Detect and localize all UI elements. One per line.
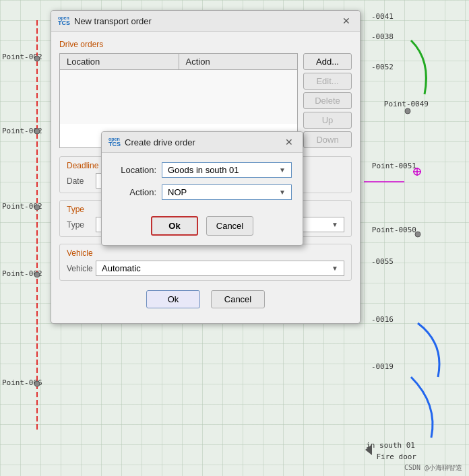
sub-dialog-close-button[interactable]: ✕ bbox=[282, 136, 296, 148]
main-dialog-title-area: open TCS New transport order bbox=[58, 15, 152, 26]
vehicle-label: Vehicle bbox=[67, 264, 90, 273]
vehicle-select-row: Vehicle Automatic ▼ bbox=[67, 261, 344, 276]
map-label-point006: Point-006 bbox=[2, 378, 42, 387]
map-label-0052: -0052 bbox=[371, 63, 394, 71]
map-label-point002-3: Point-002 bbox=[2, 202, 42, 211]
sub-location-value: Goods in south 01 bbox=[168, 165, 239, 175]
main-dialog-titlebar: open TCS New transport order ✕ bbox=[51, 11, 360, 32]
sub-location-arrow: ▼ bbox=[279, 166, 286, 174]
sub-dialog-footer: Ok Cancel bbox=[102, 216, 303, 245]
main-dialog-title: New transport order bbox=[74, 16, 152, 26]
date-label: Date bbox=[67, 176, 90, 186]
sub-dialog-body: Location: Goods in south 01 ▼ Action: NO… bbox=[102, 153, 303, 216]
sub-dialog-title-area: open TCS Create drive order bbox=[108, 137, 195, 147]
drive-orders-label: Drive orders bbox=[59, 40, 352, 49]
delete-button[interactable]: Delete bbox=[303, 92, 352, 109]
sub-dialog: open TCS Create drive order ✕ Location: … bbox=[101, 131, 303, 246]
map-label-south01: in south 01 bbox=[366, 441, 415, 450]
sub-dialog-titlebar: open TCS Create drive order ✕ bbox=[102, 132, 303, 153]
main-cancel-button[interactable]: Cancel bbox=[211, 290, 265, 308]
sub-action-label: Action: bbox=[113, 187, 156, 197]
sub-tcs-logo: open TCS bbox=[108, 137, 121, 147]
edit-button[interactable]: Edit... bbox=[303, 73, 352, 90]
type-label: Type bbox=[67, 220, 90, 230]
table-header: Location Action bbox=[60, 54, 297, 70]
sub-dialog-title: Create drive order bbox=[125, 137, 195, 147]
vehicle-select-arrow: ▼ bbox=[332, 265, 338, 272]
sub-cancel-button[interactable]: Cancel bbox=[206, 216, 253, 236]
sub-action-row: Action: NOP ▼ bbox=[113, 184, 292, 200]
col-action: Action bbox=[179, 54, 298, 69]
map-label-0019: -0019 bbox=[371, 362, 394, 371]
add-button[interactable]: Add... bbox=[303, 53, 352, 70]
sub-ok-button[interactable]: Ok bbox=[151, 216, 198, 236]
map-label-firedoor: Fire door bbox=[376, 452, 416, 461]
map-watermark: CSDN @小海聊智造 bbox=[404, 463, 462, 473]
map-label-0055: -0055 bbox=[371, 257, 394, 266]
sub-location-label: Location: bbox=[113, 165, 156, 175]
table-body bbox=[60, 70, 297, 124]
sub-action-arrow: ▼ bbox=[279, 189, 286, 196]
col-location: Location bbox=[60, 54, 179, 69]
map-label-0016: -0016 bbox=[371, 315, 394, 324]
map-label-0038: -0038 bbox=[371, 32, 394, 41]
sub-location-select[interactable]: Goods in south 01 ▼ bbox=[162, 162, 292, 178]
main-dialog-close-button[interactable]: ✕ bbox=[340, 15, 353, 27]
vehicle-section-label: Vehicle bbox=[67, 248, 344, 258]
vehicle-select[interactable]: Automatic ▼ bbox=[96, 261, 344, 276]
map-label-point0050: Point-0050 bbox=[372, 226, 416, 234]
vehicle-select-value: Automatic bbox=[102, 263, 141, 273]
map-label-point0051: Point-0051 bbox=[372, 162, 416, 170]
main-dialog-footer: Ok Cancel bbox=[59, 290, 352, 315]
up-button[interactable]: Up bbox=[303, 112, 352, 129]
map-label-point002-4: Point-002 bbox=[2, 269, 42, 278]
map-label-point002-1: Point-002 bbox=[2, 53, 42, 61]
drive-orders-buttons: Add... Edit... Delete Up Down bbox=[303, 53, 352, 148]
sub-action-select[interactable]: NOP ▼ bbox=[162, 184, 292, 200]
map-label-point0049: Point-0049 bbox=[384, 100, 429, 108]
vehicle-section: Vehicle Vehicle Automatic ▼ bbox=[59, 244, 352, 281]
map-label-0041: -0041 bbox=[371, 12, 394, 21]
main-ok-button[interactable]: Ok bbox=[146, 290, 200, 308]
sub-location-row: Location: Goods in south 01 ▼ bbox=[113, 162, 292, 178]
down-button[interactable]: Down bbox=[303, 131, 352, 148]
tcs-logo: open TCS bbox=[58, 15, 70, 26]
map-label-point002-2: Point-002 bbox=[2, 127, 42, 135]
sub-action-value: NOP bbox=[168, 187, 187, 197]
type-select-arrow: ▼ bbox=[332, 221, 338, 228]
